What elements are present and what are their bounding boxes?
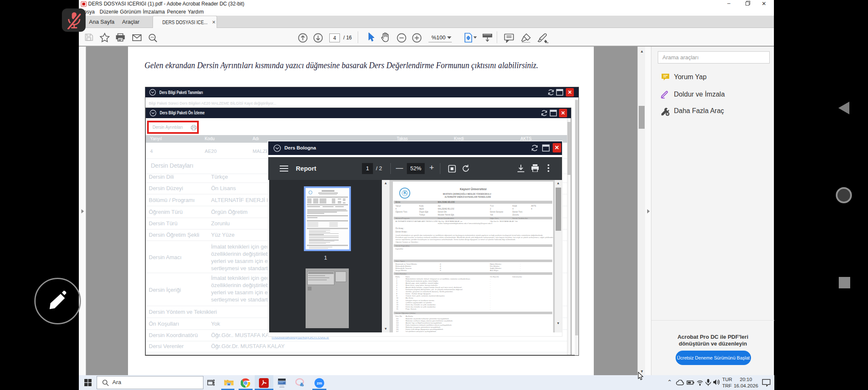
svg-text:zm: zm xyxy=(317,381,322,385)
